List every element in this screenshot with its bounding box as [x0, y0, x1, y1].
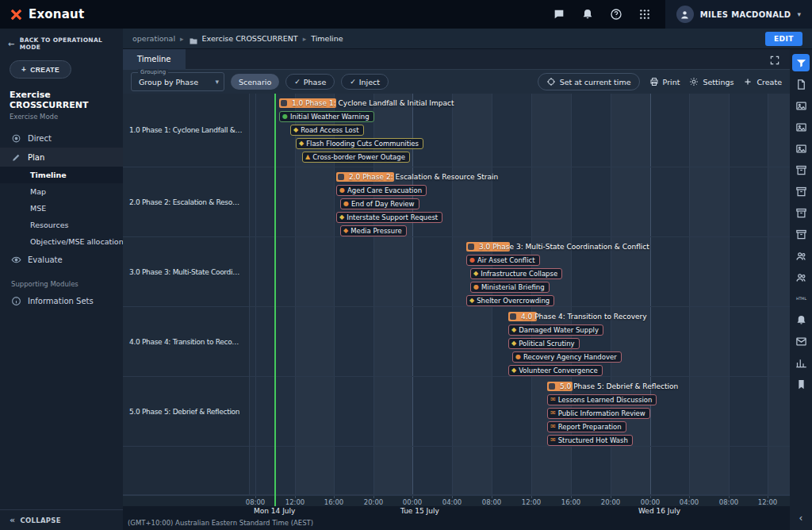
rail-mail-icon-13[interactable] [792, 332, 810, 350]
sidebar-item-evaluate[interactable]: Evaluate [0, 250, 123, 269]
rail-bookmark-icon-15[interactable] [792, 375, 810, 393]
inject-label: Public Information Review [558, 409, 645, 417]
timeline-rows: 1.0 Phase 1: Cyclone Landfall & Initial … [250, 94, 790, 495]
rail-chart-icon-14[interactable] [792, 354, 810, 371]
row-label-text: 4.0 Phase 4: Transition to Recovery [129, 338, 243, 346]
rail-people-icon-9[interactable] [792, 247, 810, 264]
breadcrumb-separator-icon: ▸ [180, 35, 184, 43]
inject-pill[interactable]: ◆Interstate Support Request [336, 212, 442, 223]
action-label: Print [663, 78, 680, 86]
fullscreen-icon[interactable] [769, 54, 780, 65]
envelope-icon: ✉ [550, 424, 556, 430]
circle-icon: ● [469, 257, 475, 263]
tick-label: 04:00 [680, 498, 699, 506]
tick-label: 04:00 [442, 498, 462, 506]
grouping-select[interactable]: Grouping Group by Phase ▾ [131, 72, 224, 91]
sidebar-item-label: Plan [28, 153, 44, 162]
caret-down-icon: ▾ [215, 78, 219, 86]
circle-icon: ● [343, 201, 349, 207]
inject-pill[interactable]: ✉Structured Hot Wash [547, 435, 633, 446]
svg-text:HTML: HTML [795, 297, 806, 301]
print-button[interactable]: Print [649, 77, 680, 86]
inject-pill[interactable]: ◆Political Scrutiny [508, 338, 580, 349]
sidebar-subitem-objective-mse-allocation[interactable]: Objective/MSE allocation [0, 233, 123, 250]
tab-timeline[interactable]: Timeline [123, 49, 186, 70]
sidebar-subitem-map[interactable]: Map [0, 183, 123, 200]
current-time-line [274, 94, 276, 506]
inject-pill[interactable]: ◆Damaged Water Supply [508, 325, 603, 336]
chip-label: Scenario [239, 78, 271, 86]
app-root: Exonaut MILES MACDONALD ▾ ← BACK TO OPER… [0, 0, 812, 530]
inject-pill[interactable]: ✉Report Preparation [547, 421, 626, 432]
back-to-operational-mode[interactable]: ← BACK TO OPERATIONAL MODE [0, 29, 123, 56]
rail-image-icon-2[interactable] [792, 97, 810, 114]
chat-icon[interactable] [553, 8, 565, 21]
inject-pill[interactable]: ●Aged Care Evacuation [336, 185, 427, 196]
inject-pill[interactable]: ●Air Asset Conflict [466, 255, 540, 266]
rail-archive-icon-6[interactable] [792, 182, 810, 200]
notifications-icon[interactable] [581, 8, 594, 21]
rail-bell-icon-12[interactable] [792, 311, 810, 328]
settings-button[interactable]: Settings [689, 77, 733, 86]
breadcrumb-exercise[interactable]: Exercise CROSSCURRENT [202, 34, 298, 43]
inject-pill[interactable]: ●Ministerial Briefing [470, 282, 550, 293]
rail-image-icon-3[interactable] [792, 118, 810, 136]
inject-pill[interactable]: ✉Public Information Review [547, 408, 650, 419]
edit-button[interactable]: EDIT [765, 32, 802, 46]
filter-chip-inject[interactable]: ✓Inject [341, 74, 389, 90]
inject-pill[interactable]: ✉Lessons Learned Discussion [547, 394, 657, 405]
inject-pill[interactable]: ◆Road Access Lost [290, 125, 364, 136]
rail-document-icon-1[interactable] [792, 75, 810, 93]
sidebar-item-information-sets[interactable]: Information Sets [0, 291, 123, 310]
inject-pill[interactable]: ◆Volunteer Convergence [508, 365, 603, 376]
help-icon[interactable] [610, 8, 622, 21]
inject-pill[interactable]: ◆Shelter Overcrowding [466, 295, 554, 306]
timeline-rows-area: 1.0 Phase 1: Cyclone Landfall & Initial … [250, 94, 790, 495]
sidebar-collapse-button[interactable]: « COLLAPSE [0, 509, 123, 530]
breadcrumb-operational[interactable]: operational [132, 34, 175, 43]
inject-pill[interactable]: ●Recovery Agency Handover [512, 351, 622, 363]
breadcrumb-timeline: Timeline [311, 34, 343, 43]
sidebar-subitem-mse[interactable]: MSE [0, 200, 123, 217]
grouping-select-value: Group by Phase [132, 78, 198, 86]
phase-bar-label: 2.0 Phase 2: Escalation & Resource Strai… [349, 172, 498, 182]
time-axis-ticks: 08:0012:0016:0020:0000:0004:0008:0012:00… [250, 496, 790, 506]
inject-pill[interactable]: ◆Flash Flooding Cuts Communities [296, 138, 423, 149]
filter-chip-phase[interactable]: ✓Phase [285, 74, 335, 90]
create-button[interactable]: + CREATE [10, 60, 71, 79]
set-at-current-time-button[interactable]: Set at current time [538, 73, 640, 90]
sidebar-subitem-timeline[interactable]: Timeline [0, 167, 123, 183]
timeline-row-label: 3.0 Phase 3: Multi-State Coordination... [123, 237, 249, 307]
sidebar-item-plan[interactable]: Plan [0, 148, 123, 167]
tick-label: 00:00 [641, 498, 661, 506]
inject-label: Media Pressure [350, 227, 402, 235]
rail-image-icon-4[interactable] [792, 140, 810, 157]
timeline-panel: Timeline Grouping Group by Phase ▾ Scena… [123, 49, 790, 530]
rail-people-icon-10[interactable] [792, 268, 810, 286]
sidebar-item-direct[interactable]: Direct [0, 129, 123, 148]
time-axis: 08:0012:0016:0020:0000:0004:0008:0012:00… [123, 495, 790, 506]
apps-icon[interactable] [638, 8, 651, 21]
rail-archive-icon-7[interactable] [792, 204, 810, 221]
user-menu[interactable]: MILES MACDONALD ▾ [665, 0, 812, 29]
row-label-text: 1.0 Phase 1: Cyclone Landfall & Initia..… [129, 126, 243, 134]
rail-archive-icon-8[interactable] [792, 225, 810, 243]
inject-pill[interactable]: ▲Cross-border Power Outage [302, 152, 410, 163]
inject-pill[interactable]: ◆Infrastructure Collapse [470, 268, 562, 279]
rail-collapse-icon[interactable]: ‹ [799, 513, 803, 524]
inject-pill[interactable]: ●Initial Weather Warning [279, 111, 374, 122]
sidebar-subitem-resources[interactable]: Resources [0, 217, 123, 233]
diamond-icon: ◆ [511, 327, 516, 333]
filter-chip-scenario[interactable]: Scenario [231, 74, 279, 90]
phase-icon [468, 244, 474, 250]
rail-filter-icon-0[interactable] [792, 54, 810, 71]
create-button[interactable]: Create [743, 77, 782, 86]
inject-pill[interactable]: ◆Media Pressure [340, 225, 407, 236]
inject-pill[interactable]: ●End of Day Review [340, 198, 419, 209]
inject-label: Initial Weather Warning [290, 113, 370, 121]
rail-archive-icon-5[interactable] [792, 161, 810, 179]
action-label: Create [756, 78, 782, 86]
rail-html-icon-11[interactable]: HTML [792, 290, 810, 307]
circle-icon: ● [282, 113, 288, 120]
chip-label: Inject [359, 78, 380, 86]
